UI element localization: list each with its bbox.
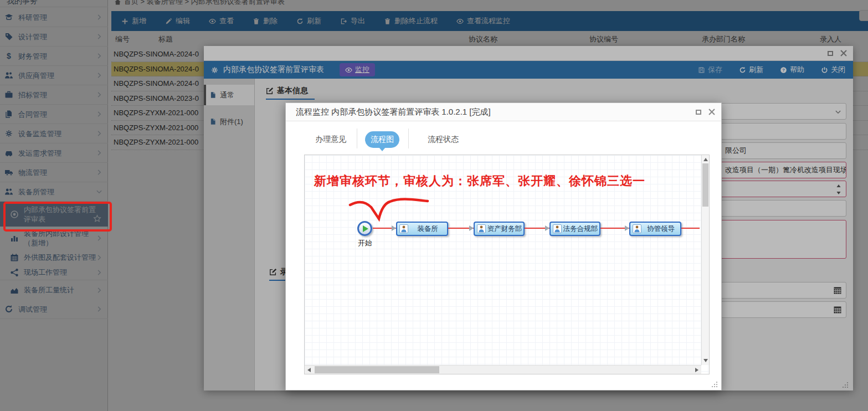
scroll-left-icon[interactable] <box>307 368 311 372</box>
flow-step-label: 协管领导 <box>641 224 680 234</box>
flow-arrowhead-icon <box>545 225 549 231</box>
resize-handle-icon[interactable] <box>711 381 718 388</box>
horizontal-scroll-thumb[interactable] <box>315 366 439 373</box>
scroll-right-icon[interactable] <box>695 368 698 372</box>
flow-step-label: 装备所 <box>408 224 447 234</box>
horizontal-scrollbar[interactable] <box>305 365 701 374</box>
play-icon <box>363 225 368 232</box>
flow-step-label: 法务合规部 <box>562 224 599 234</box>
tab-divider <box>357 129 357 148</box>
monitor-titlebar: 流程监控 内部承包协议签署前置评审表 1.0.2.1 [完成] <box>286 103 721 121</box>
flow-arrowhead-icon <box>625 225 629 231</box>
monitor-tab[interactable]: 流程图 <box>365 131 399 148</box>
minimize-icon[interactable] <box>696 110 701 115</box>
vertical-scroll-thumb[interactable] <box>702 163 708 207</box>
scroll-down-icon[interactable] <box>703 359 708 362</box>
flow-step-label: 资产财务部 <box>486 224 523 234</box>
monitor-title: 流程监控 内部承包协议签署前置评审表 1.0.2.1 [完成] <box>296 107 491 117</box>
scroll-up-icon[interactable] <box>703 158 708 161</box>
flow-step-node[interactable]: 资产财务部 <box>474 222 525 236</box>
person-icon <box>553 224 562 233</box>
person-icon <box>399 224 408 233</box>
flow-arrowhead-icon <box>392 225 396 231</box>
process-monitor-window: 流程监控 内部承包协议签署前置评审表 1.0.2.1 [完成] 办理意见 流程图… <box>285 102 722 391</box>
flow-step-node[interactable]: 协管领导 <box>629 222 681 236</box>
flow-start-label: 开始 <box>353 238 377 248</box>
person-icon <box>633 224 641 233</box>
monitor-tab[interactable]: 流程状态 <box>422 131 464 148</box>
screen: 我的事务 科研管理 设计管理 $ 财 <box>0 0 868 411</box>
annotation-text: 新增审核环节，审核人为：张席军、张开耀、徐怀锦三选一 <box>314 173 645 189</box>
person-icon <box>477 224 486 233</box>
flow-step-node[interactable]: 法务合规部 <box>549 222 600 236</box>
flow-arrowhead-icon <box>469 225 474 231</box>
flow-step-node[interactable]: 装备所 <box>396 222 448 236</box>
monitor-tabs: 办理意见 流程图 流程状态 <box>286 121 721 155</box>
flowchart-canvas[interactable]: 新增审核环节，审核人为：张席军、张开耀、徐怀锦三选一 开始 装备所 资产财务部 <box>304 155 710 374</box>
flow-start-node[interactable] <box>357 221 372 236</box>
monitor-tab[interactable]: 办理意见 <box>310 131 352 148</box>
close-icon[interactable] <box>708 108 716 116</box>
vertical-scrollbar[interactable] <box>701 155 709 365</box>
flow-connector <box>681 228 700 229</box>
tab-divider <box>408 129 409 148</box>
